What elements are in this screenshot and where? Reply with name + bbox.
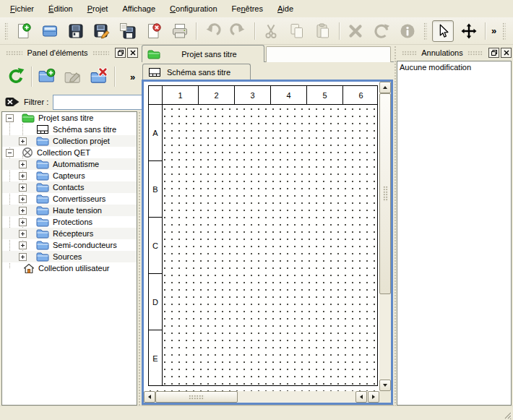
elements-tree[interactable]: Projet sans titre Schéma sans titre Coll… xyxy=(1,111,137,406)
scroll-right-button[interactable] xyxy=(368,391,379,403)
save-as-icon xyxy=(93,22,111,40)
horizontal-scrollbar[interactable] xyxy=(144,391,379,403)
save-all-button[interactable] xyxy=(117,20,139,42)
schematic-view[interactable]: 1 2 3 4 5 6 A B C D E xyxy=(142,80,393,405)
tree-item-collection-utilisateur[interactable]: Collection utilisateur xyxy=(2,262,137,274)
scroll-down-button[interactable] xyxy=(379,380,391,391)
open-file-button[interactable] xyxy=(39,20,61,42)
menu-edition[interactable]: Édition xyxy=(41,1,80,16)
undo-button[interactable] xyxy=(202,20,223,42)
expand-marker[interactable] xyxy=(19,137,27,145)
menu-fenetres[interactable]: Fenêtres xyxy=(225,1,270,16)
tree-item-collection-projet[interactable]: Collection projet xyxy=(2,135,137,147)
rotate-button[interactable] xyxy=(371,20,392,42)
delete-category-button[interactable] xyxy=(87,65,111,88)
tree-item-recepteurs[interactable]: Récepteurs xyxy=(2,228,137,239)
toolbar-drag-handle[interactable] xyxy=(502,22,506,40)
float-panel-button[interactable] xyxy=(488,48,499,58)
scroll-up-button[interactable] xyxy=(379,82,391,93)
save-all-icon xyxy=(119,22,137,40)
paste-button[interactable] xyxy=(312,20,334,42)
tree-item-convertisseurs[interactable]: Convertisseurs xyxy=(2,193,137,205)
collapse-marker[interactable] xyxy=(6,149,14,157)
expand-marker[interactable] xyxy=(19,218,27,226)
open-file-icon xyxy=(41,22,59,40)
clear-filter-button[interactable] xyxy=(5,96,20,108)
new-category-button[interactable] xyxy=(35,65,59,88)
menu-bar: Fichier Édition Projet Affichage Configu… xyxy=(0,0,513,17)
print-icon xyxy=(171,22,189,40)
row-header-b: B xyxy=(149,161,162,218)
tab-projet-sans-titre[interactable]: Projet sans titre xyxy=(142,45,264,62)
tree-item-capteurs[interactable]: Capteurs xyxy=(2,170,137,181)
expand-marker[interactable] xyxy=(19,230,27,238)
horizontal-scroll-thumb[interactable] xyxy=(155,391,238,403)
toolbar-drag-handle[interactable] xyxy=(423,22,427,40)
filter-row: Filtrer : xyxy=(0,93,139,111)
tab-schema-sans-titre[interactable]: Schéma sans titre xyxy=(142,64,251,80)
tree-item-protections[interactable]: Protections xyxy=(2,216,137,228)
tree-item-projet-sans-titre[interactable]: Projet sans titre xyxy=(2,112,137,124)
tree-item-contacts[interactable]: Contacts xyxy=(2,181,137,193)
scroll-left-button-2[interactable] xyxy=(355,391,367,403)
tree-item-semi-conducteurs[interactable]: Semi-conducteurs xyxy=(2,239,137,251)
column-header-2: 2 xyxy=(199,86,235,104)
expand-marker[interactable] xyxy=(19,184,27,192)
menu-aide[interactable]: Aide xyxy=(270,1,301,16)
tree-item-haute-tension[interactable]: Haute tension xyxy=(2,205,137,216)
menu-affichage[interactable]: Affichage xyxy=(115,1,163,16)
reload-collections-button[interactable] xyxy=(4,65,27,88)
toolbar-info-group: » xyxy=(499,20,513,42)
undo-panel-titlebar[interactable]: Annulations xyxy=(397,46,512,60)
redo-button[interactable] xyxy=(228,20,249,42)
close-panel-button[interactable] xyxy=(501,48,512,58)
save-button[interactable] xyxy=(65,20,87,42)
titlebar-texture xyxy=(6,51,22,56)
arrow-up-icon xyxy=(383,86,387,89)
visualisation-mode-button[interactable] xyxy=(458,20,480,42)
collapse-marker[interactable] xyxy=(6,114,14,122)
copy-button[interactable] xyxy=(286,20,308,42)
element-info-button[interactable] xyxy=(397,20,418,42)
tree-item-automatisme[interactable]: Automatisme xyxy=(2,158,137,170)
menu-configuration[interactable]: Configuration xyxy=(163,1,224,16)
elements-panel-titlebar[interactable]: Panel d'éléments xyxy=(1,46,138,60)
undo-history-list[interactable]: Aucune modification xyxy=(397,61,512,406)
toolbar-drag-handle[interactable] xyxy=(4,22,8,40)
left-splitter[interactable] xyxy=(138,111,141,406)
qelectrotech-window: { "app": {"name": "QElectroTech"}, "menu… xyxy=(0,0,513,420)
tree-item-schema-sans-titre[interactable]: Schéma sans titre xyxy=(2,124,137,135)
vertical-scroll-thumb[interactable] xyxy=(379,93,391,294)
expand-marker[interactable] xyxy=(19,253,27,261)
expand-marker[interactable] xyxy=(19,207,27,215)
scroll-left-button[interactable] xyxy=(144,391,155,403)
panel-toolbar-extension-button[interactable]: » xyxy=(127,72,138,82)
close-panel-button[interactable] xyxy=(127,48,138,58)
expand-marker[interactable] xyxy=(19,241,27,249)
expand-marker[interactable] xyxy=(19,160,27,168)
selection-mode-button[interactable] xyxy=(432,20,454,42)
close-file-button[interactable] xyxy=(143,20,165,42)
menu-fichier[interactable]: Fichier xyxy=(3,1,41,16)
edit-category-button[interactable] xyxy=(61,65,85,88)
close-file-icon xyxy=(145,22,163,40)
save-as-button[interactable] xyxy=(91,20,113,42)
expand-marker[interactable] xyxy=(19,172,27,180)
new-file-button[interactable] xyxy=(13,20,35,42)
schematic-canvas[interactable]: 1 2 3 4 5 6 A B C D E xyxy=(144,82,379,391)
cut-button[interactable] xyxy=(260,20,282,42)
float-panel-button[interactable] xyxy=(115,48,126,58)
expand-marker[interactable] xyxy=(19,195,27,203)
undo-icon xyxy=(204,22,221,40)
column-header-1: 1 xyxy=(163,86,199,104)
delete-button[interactable] xyxy=(345,20,366,42)
print-button[interactable] xyxy=(169,20,191,42)
menu-projet[interactable]: Projet xyxy=(80,1,116,16)
tree-item-sources[interactable]: Sources xyxy=(2,251,137,262)
undo-list-item[interactable]: Aucune modification xyxy=(400,63,509,72)
vertical-scrollbar[interactable] xyxy=(379,82,391,391)
tree-item-collection-qet[interactable]: Collection QET xyxy=(2,147,137,158)
toolbar-separator xyxy=(254,22,255,40)
size-grip[interactable] xyxy=(503,410,512,419)
toolbar-extension-button[interactable]: » xyxy=(488,25,499,36)
